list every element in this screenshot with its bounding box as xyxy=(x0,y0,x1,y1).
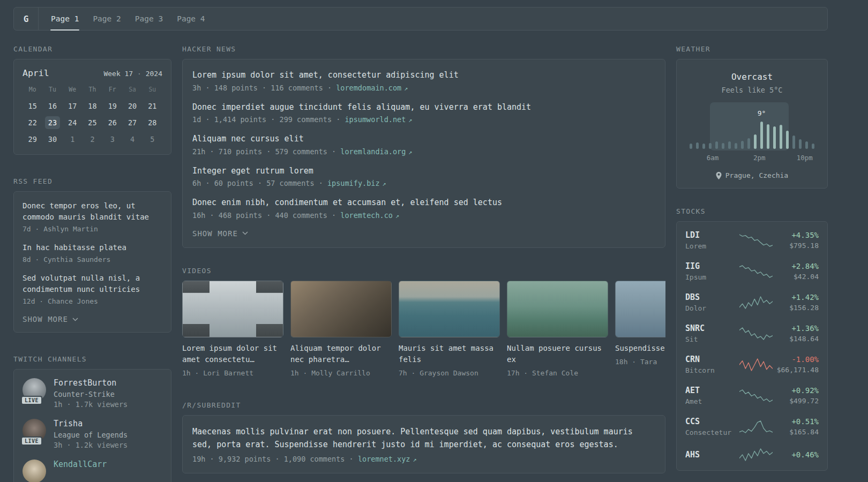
story-link[interactable]: loremtech.co↗ xyxy=(340,211,399,220)
stock-symbol[interactable]: AET xyxy=(685,386,737,395)
video-title[interactable]: Nullam posuere cursus ex xyxy=(507,343,608,365)
tab-page-2[interactable]: Page 2 xyxy=(92,7,121,30)
stock-row[interactable]: AETAmet +0.92%$499.72 xyxy=(685,386,819,405)
avatar xyxy=(23,460,46,482)
stock-row[interactable]: IIGIpsum +2.84%$42.04 xyxy=(685,261,819,281)
stock-sparkline xyxy=(739,296,773,310)
stock-price: $148.64 xyxy=(775,335,819,343)
calendar-day: 16 xyxy=(45,100,60,112)
news-item-meta: 1d · 1,414 points · 299 comments · ipsum… xyxy=(192,115,655,124)
external-link-icon: ↗ xyxy=(404,85,408,92)
video-thumbnail[interactable] xyxy=(399,281,500,337)
video-title[interactable]: Suspendisse diam xyxy=(615,343,665,354)
video-card[interactable]: Aliquam tempor dolor nec pharetra… 1h · … xyxy=(290,281,392,377)
video-card[interactable]: Lorem ipsum dolor sit amet consectetu… 1… xyxy=(182,281,283,377)
app-logo[interactable]: G xyxy=(14,7,39,30)
video-card[interactable]: Mauris sit amet massa felis 7h · Grayson… xyxy=(399,281,500,377)
twitch-channel[interactable]: LIVE Trisha League of Legends 3h · 1.2k … xyxy=(23,419,162,449)
news-item-title[interactable]: Aliquam nec cursus elit xyxy=(192,133,655,145)
video-title[interactable]: Mauris sit amet massa felis xyxy=(399,343,500,365)
rss-item-title[interactable]: Sed volutpat nulla nisl, a condimentum n… xyxy=(23,273,162,295)
weather-times: 6am2pm10pm xyxy=(685,154,819,163)
video-meta: 17h · Stefan Cole xyxy=(507,369,608,377)
stock-sparkline xyxy=(739,358,773,372)
stock-row[interactable]: AHS +0.46% xyxy=(685,448,819,462)
chevron-down-icon xyxy=(242,231,248,235)
stock-symbol[interactable]: CCS xyxy=(685,417,737,426)
story-link[interactable]: ipsumify.biz↗ xyxy=(327,179,386,187)
stock-symbol[interactable]: IIG xyxy=(685,261,737,271)
tab-page-4[interactable]: Page 4 xyxy=(176,7,205,30)
video-card[interactable]: Suspendisse diam 18h · Tara xyxy=(615,281,665,377)
channel-avatar-wrap: LIVE xyxy=(23,378,46,402)
twitch-channel[interactable]: KendallCarr xyxy=(23,460,162,482)
weather-bar xyxy=(745,106,752,149)
video-title[interactable]: Aliquam tempor dolor nec pharetra… xyxy=(290,343,392,365)
news-item-title[interactable]: Integer eget rutrum lorem xyxy=(192,165,655,177)
stock-change: +1.36% xyxy=(775,324,819,333)
weather-time-label: 6am xyxy=(707,154,719,162)
twitch-widget: TWITCH CHANNELS LIVE ForrestBurton Count… xyxy=(13,355,171,482)
weather-bar xyxy=(772,106,778,149)
stock-change: +4.35% xyxy=(775,231,819,239)
tab-page-3[interactable]: Page 3 xyxy=(134,7,163,30)
tab-page-1[interactable]: Page 1 xyxy=(50,7,79,30)
weather-widget: WEATHER Overcast Feels like 5°C 9° 6am2p… xyxy=(676,45,828,189)
calendar-widget-title: CALENDAR xyxy=(13,45,171,53)
news-item-title[interactable]: Donec enim nibh, condimentum et accumsan… xyxy=(192,197,655,209)
post-link[interactable]: loremnet.xyz↗ xyxy=(358,455,417,463)
stock-row[interactable]: CRNBitcorn -1.00%$66,171.48 xyxy=(685,355,819,374)
stock-price: $156.28 xyxy=(775,304,819,312)
stock-name: Dolor xyxy=(685,304,737,312)
video-thumbnail[interactable] xyxy=(182,281,283,337)
stock-symbol[interactable]: AHS xyxy=(685,450,737,460)
stock-row[interactable]: CCSConsectetur +0.51%$165.84 xyxy=(685,417,819,436)
calendar-day: 25 xyxy=(85,116,100,129)
reddit-post-title[interactable]: Maecenas mollis pulvinar erat non posuer… xyxy=(192,425,655,451)
stock-row[interactable]: DBSDolor +1.42%$156.28 xyxy=(685,292,819,312)
weather-bar xyxy=(707,106,713,149)
story-link[interactable]: loremdomain.com↗ xyxy=(336,84,408,92)
weather-time-label: 2pm xyxy=(753,154,766,162)
stock-row[interactable]: SNRCSit +1.36%$148.64 xyxy=(685,323,819,343)
stock-symbol[interactable]: CRN xyxy=(685,355,737,364)
video-card[interactable]: Nullam posuere cursus ex 17h · Stefan Co… xyxy=(507,281,608,377)
weather-bar xyxy=(700,106,707,149)
story-link[interactable]: loremlandia.org↗ xyxy=(340,147,412,156)
channel-name[interactable]: Trisha xyxy=(54,419,128,428)
weather-bar xyxy=(791,106,797,149)
hacker-news-card: Lorem ipsum dolor sit amet, consectetur … xyxy=(182,59,665,248)
hacker-news-show-more-button[interactable]: SHOW MORE xyxy=(192,229,655,238)
stock-row[interactable]: LDILorem +4.35%$795.18 xyxy=(685,230,819,250)
video-thumbnail[interactable] xyxy=(615,281,665,337)
weather-bar: 9° xyxy=(759,106,765,149)
stock-symbol[interactable]: LDI xyxy=(685,230,737,240)
weather-chart: 9° xyxy=(687,106,817,149)
stock-symbol[interactable]: SNRC xyxy=(685,323,737,333)
calendar-day: 27 xyxy=(125,116,140,129)
stock-name: Amet xyxy=(685,397,737,405)
channel-name[interactable]: ForrestBurton xyxy=(54,378,128,388)
videos-row: Lorem ipsum dolor sit amet consectetu… 1… xyxy=(182,281,665,377)
rss-item-title[interactable]: Donec tempor eros leo, ut commodo mauris… xyxy=(23,200,162,223)
top-nav: G Page 1 Page 2 Page 3 Page 4 xyxy=(13,7,828,31)
rss-item-title[interactable]: In hac habitasse platea xyxy=(23,242,162,253)
weekday-label: We xyxy=(63,86,83,93)
video-meta: 1h · Molly Carrillo xyxy=(290,369,392,377)
stocks-widget-title: STOCKS xyxy=(676,207,828,215)
rss-show-more-button[interactable]: SHOW MORE xyxy=(23,315,162,323)
news-item-title[interactable]: Donec imperdiet augue tincidunt felis al… xyxy=(192,101,655,114)
channel-name[interactable]: KendallCarr xyxy=(54,460,107,469)
twitch-channel[interactable]: LIVE ForrestBurton Counter-Strike 1h · 1… xyxy=(23,378,162,409)
weather-bar xyxy=(804,106,810,149)
calendar-day: 28 xyxy=(145,116,160,129)
stocks-widget: STOCKS LDILorem +4.35%$795.18 IIGIpsum +… xyxy=(676,207,828,471)
calendar-day-selected: 23 xyxy=(45,116,60,129)
stock-symbol[interactable]: DBS xyxy=(685,292,737,302)
video-thumbnail[interactable] xyxy=(290,281,392,337)
video-thumbnail[interactable] xyxy=(507,281,608,337)
news-item-title[interactable]: Lorem ipsum dolor sit amet, consectetur … xyxy=(192,69,655,81)
story-link[interactable]: ipsumworld.net↗ xyxy=(345,115,412,124)
calendar-day: 29 xyxy=(25,133,40,146)
video-title[interactable]: Lorem ipsum dolor sit amet consectetu… xyxy=(182,343,283,365)
